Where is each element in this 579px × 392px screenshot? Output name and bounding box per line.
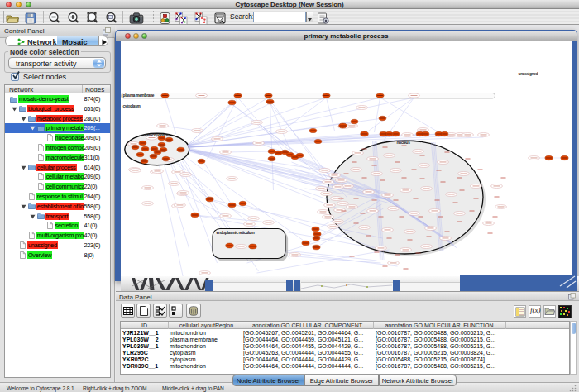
svg-text:plasma membrane: plasma membrane	[122, 93, 154, 98]
svg-text:nucleus: nucleus	[396, 141, 410, 145]
svg-text:mitochondrion: mitochondrion	[144, 133, 169, 137]
svg-text:unassigned: unassigned	[518, 72, 538, 76]
svg-text:endoplasmic reticulum: endoplasmic reticulum	[216, 231, 254, 235]
svg-text:cytoplasm: cytoplasm	[122, 104, 140, 108]
